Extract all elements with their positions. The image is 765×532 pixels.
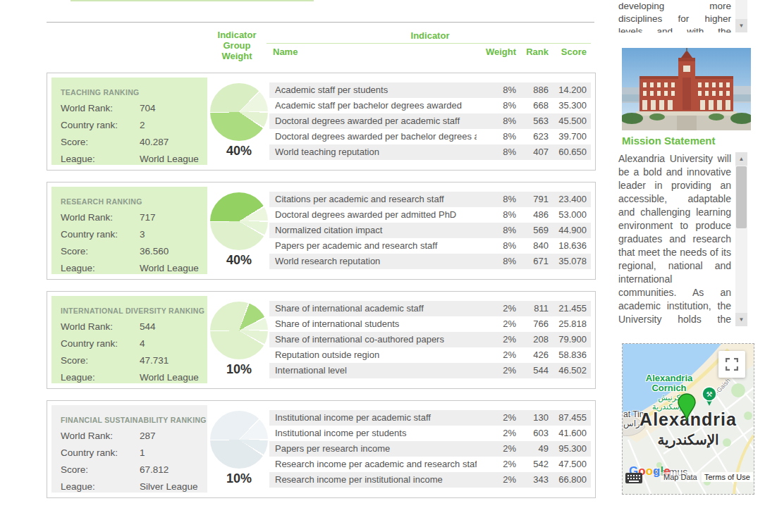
indicator-rank: 671 [520,254,549,269]
indicator-score: 25.818 [553,316,587,332]
group-weight-chart: 10% [209,411,269,486]
indicator-weight: 8% [481,238,516,254]
indicator-name: World teaching reputation [275,144,477,160]
indicator-score: 41.600 [553,426,587,441]
column-header-weight: Weight [481,47,516,57]
poi-label-alexandria-corniche: Alexandria Cornich كرنيش الإسكندرية [628,373,710,412]
group-weight-percent: 40% [209,144,269,159]
scrollbar-thumb[interactable] [736,166,747,228]
pie-chart [210,192,268,250]
mission-statement-title: Mission Statement [622,135,716,147]
group-weight-chart: 40% [209,192,269,268]
indicator-name: Share of international students [275,316,477,332]
indicator-name: Papers per research income [275,441,477,457]
country-rank-label: Country rank: [61,120,140,130]
indicator-row: Research income per institutional income… [269,472,591,488]
world-rank-label: World Rank: [61,431,140,441]
indicator-rank: 569 [520,223,549,238]
mission-statement-text: Alexandria University will be a bold and… [618,152,731,326]
scroll-up-arrow-icon[interactable]: ▲ [735,152,747,166]
league-value: Silver League [140,481,198,492]
league-value: World League [140,263,199,273]
scroll-down-arrow-icon[interactable]: ▼ [735,313,747,326]
indicator-weight: 2% [481,347,516,363]
indicator-weight: 2% [481,441,516,457]
mission-statement-scroll-area[interactable]: Alexandria University will be a bold and… [618,152,747,326]
indicator-rank: 840 [520,238,549,254]
indicator-name: Doctoral degrees awarded per admitted Ph… [275,207,477,223]
group-weight-chart: 40% [209,83,269,159]
indicator-row: Papers per research income2%4995.300 [269,441,591,457]
score-label: Score: [61,464,140,475]
indicator-rank: 766 [520,316,549,332]
map-pin-marker[interactable] [678,393,696,424]
location-map[interactable]: Alexandria Cornich كرنيش الإسكندرية El-G… [622,343,754,495]
group-weight-chart: 10% [209,302,269,377]
vision-scrollbar[interactable]: ▼ [735,0,747,32]
indicator-row: Doctoral degrees awarded per admitted Ph… [269,207,591,223]
indicator-name: Normalized citation impact [275,223,477,238]
indicator-score: 47.500 [553,457,587,472]
league-label: League: [61,263,140,273]
indicator-rank: 811 [520,301,549,316]
pie-chart [210,83,268,141]
indicator-weight: 2% [481,316,516,332]
indicator-score: 60.650 [553,144,587,160]
indicator-name: Reputation outside region [275,347,477,363]
indicator-rank: 544 [520,363,549,378]
indicator-name: Papers per academic and research staff [275,238,477,254]
financial-sustainability-ranking-section: FINANCIAL SUSTAINABILITY RANKING World R… [47,400,596,498]
indicator-row: Normalized citation impact8%56944.900 [269,223,591,238]
indicator-rank: 486 [520,207,549,223]
indicator-table: Academic staff per students8%88614.200 A… [269,82,591,160]
ranking-title: TEACHING RANKING [61,88,207,97]
indicator-table: Institutional income per academic staff2… [269,410,591,488]
mission-scrollbar[interactable]: ▲ ▼ [735,152,747,326]
vision-text: developing more disciplines for higher l… [618,0,731,32]
pie-chart [210,411,268,469]
indicator-row: Academic staff per bachelor degrees awar… [269,98,591,113]
indicator-rank: 407 [520,144,549,160]
country-rank-label: Country rank: [61,447,140,458]
attraction-marker[interactable]: ⚒ [702,386,717,409]
indicator-row: Doctoral degrees awarded per academic st… [269,113,591,129]
indicator-name: World research reputation [275,254,477,269]
country-rank-value: 1 [140,447,145,458]
ranking-summary-panel: INTERNATIONAL DIVERSITY RANKING World Ra… [51,296,207,383]
country-rank-value: 4 [140,338,145,349]
indicator-name: Doctoral degrees awarded per bachelor de… [275,129,477,144]
indicator-weight: 8% [481,254,516,269]
ranking-title: INTERNATIONAL DIVERSITY RANKING [61,307,207,315]
indicator-row: International level2%54446.502 [269,363,591,378]
world-rank-label: World Rank: [61,321,140,332]
indicator-rank: 668 [520,98,549,113]
indicator-name: Share of international academic staff [275,301,477,316]
indicator-score: 23.400 [553,192,587,207]
country-rank-label: Country rank: [61,229,140,240]
indicator-rank: 603 [520,426,549,441]
score-value: 67.812 [140,464,169,475]
indicator-score: 45.500 [553,113,587,129]
city-label-alexandria-arabic: الإسكندرية [625,431,751,448]
terms-of-use-link[interactable]: Terms of Use [702,472,753,482]
indicator-weight: 8% [481,113,516,129]
indicator-name: Academic staff per students [275,82,477,98]
indicator-weight: 2% [481,410,516,426]
indicator-table: Citations per academic and research staf… [269,192,591,269]
indicator-columns-header: Name Weight Rank Score [269,47,591,57]
world-rank-value: 544 [140,321,156,332]
score-value: 36.560 [140,246,169,256]
score-value: 47.731 [140,355,169,366]
indicator-rank: 343 [520,472,549,488]
indicator-row: Share of international co-authored paper… [269,332,591,347]
keyboard-shortcuts-icon[interactable] [625,473,642,486]
indicator-row: Institutional income per students2%60341… [269,426,591,441]
score-label: Score: [61,246,140,256]
university-photo [622,48,751,130]
league-label: League: [61,481,140,492]
scroll-down-arrow-icon[interactable]: ▼ [735,19,747,32]
indicator-rank: 49 [520,441,549,457]
vision-text-scroll-area[interactable]: developing more disciplines for higher l… [618,0,747,32]
ranking-summary-panel: TEACHING RANKING World Rank:704 Country … [51,78,207,165]
fullscreen-button[interactable] [718,351,745,378]
